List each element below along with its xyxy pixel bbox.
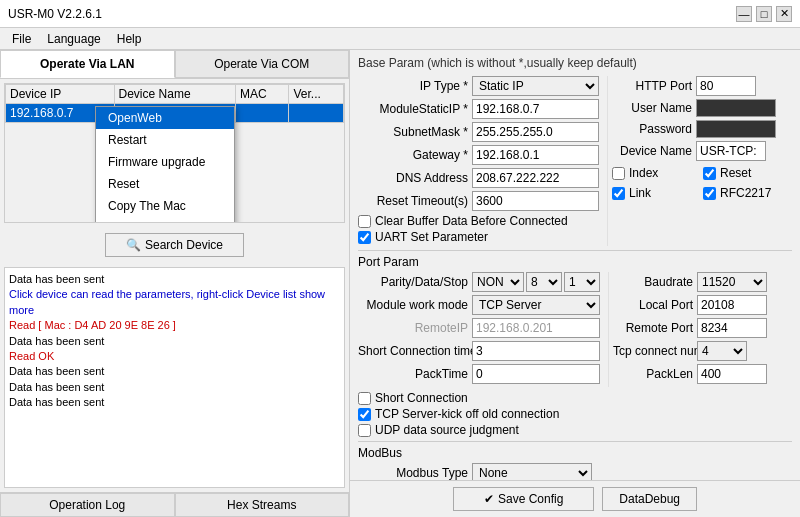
subnet-mask-input[interactable] — [472, 122, 599, 142]
subnet-mask-label: SubnetMask * — [358, 125, 468, 139]
short-connection-row: Short Connection — [358, 391, 792, 405]
http-port-input[interactable] — [696, 76, 756, 96]
local-port-input[interactable] — [697, 295, 767, 315]
reset-checkbox[interactable] — [703, 167, 716, 180]
pack-time-input[interactable] — [472, 364, 600, 384]
dns-input[interactable] — [472, 168, 599, 188]
base-param-title: Base Param (which is without *,usually k… — [358, 56, 792, 70]
right-panel: Base Param (which is without *,usually k… — [350, 50, 800, 517]
menu-file[interactable]: File — [4, 30, 39, 48]
pack-len-input[interactable] — [697, 364, 767, 384]
tcp-kickoff-row: TCP Server-kick off old connection — [358, 407, 792, 421]
baudrate-select[interactable]: 11520 — [697, 272, 767, 292]
device-name-input[interactable] — [696, 141, 766, 161]
reset-checkbox-row: Reset — [703, 166, 792, 180]
remote-port-label: Remote Port — [613, 321, 693, 335]
user-name-label: User Name — [612, 101, 692, 115]
tab-hex-streams[interactable]: Hex Streams — [175, 493, 350, 517]
context-menu-reset[interactable]: Reset — [96, 173, 234, 195]
gateway-input[interactable] — [472, 145, 599, 165]
tcp-connect-label: Tcp connect num — [613, 344, 693, 358]
index-checkbox[interactable] — [612, 167, 625, 180]
rfc2217-checkbox[interactable] — [703, 187, 716, 200]
list-item: Read OK — [9, 349, 340, 364]
close-button[interactable]: ✕ — [776, 6, 792, 22]
udp-source-label: UDP data source judgment — [375, 423, 519, 437]
context-menu-restart[interactable]: Restart — [96, 129, 234, 151]
menu-bar: File Language Help — [0, 28, 800, 50]
main-layout: Operate Via LAN Operate Via COM Device I… — [0, 50, 800, 517]
reset-timeout-input[interactable] — [472, 191, 599, 211]
tab-com[interactable]: Operate Via COM — [175, 50, 350, 78]
link-label: Link — [629, 186, 651, 200]
index-label: Index — [629, 166, 658, 180]
tab-operation-log[interactable]: Operation Log — [0, 493, 175, 517]
baudrate-label: Baudrate — [613, 275, 693, 289]
clear-buffer-row: Clear Buffer Data Before Connected — [358, 214, 599, 228]
right-scroll-area[interactable]: Base Param (which is without *,usually k… — [350, 50, 800, 480]
col-device-name: Device Name — [114, 85, 235, 104]
uart-set-row: UART Set Parameter — [358, 230, 599, 244]
modbus-type-label: Modbus Type — [358, 466, 468, 480]
module-ip-input[interactable] — [472, 99, 599, 119]
search-device-button[interactable]: 🔍 Search Device — [105, 233, 244, 257]
reset-label: Reset — [720, 166, 751, 180]
gateway-label: Gateway * — [358, 148, 468, 162]
log-bottom-tabs: Operation Log Hex Streams — [0, 492, 349, 517]
parity-select[interactable]: NON — [472, 272, 524, 292]
cell-mac — [236, 104, 289, 123]
clear-buffer-checkbox[interactable] — [358, 215, 371, 228]
window-title: USR-M0 V2.2.6.1 — [8, 7, 102, 21]
udp-source-checkbox[interactable] — [358, 424, 371, 437]
context-menu-firmware[interactable]: Firmware upgrade — [96, 151, 234, 173]
modbus-type-select[interactable]: None — [472, 463, 592, 480]
modbus-section-label: ModBus — [358, 446, 792, 460]
ip-type-select[interactable]: Static IP DHCP — [472, 76, 599, 96]
context-menu-cope-mac[interactable]: Cope All Mac — [96, 217, 234, 223]
short-conn-input[interactable] — [472, 341, 600, 361]
short-conn-label: Short Connection time — [358, 344, 468, 358]
menu-language[interactable]: Language — [39, 30, 108, 48]
log-area[interactable]: Data has been sent Click device can read… — [4, 267, 345, 488]
password-label: Password — [612, 122, 692, 136]
rfc2217-checkbox-row: RFC2217 — [703, 186, 792, 200]
save-bar: ✔ Save Config DataDebug — [350, 480, 800, 517]
work-mode-label: Module work mode — [358, 298, 468, 312]
uart-set-label: UART Set Parameter — [375, 230, 488, 244]
list-item: Data has been sent — [9, 395, 340, 410]
device-table-container: Device IP Device Name MAC Ver... 192.168… — [4, 83, 345, 223]
remote-port-input[interactable] — [697, 318, 767, 338]
list-item: Data has been sent — [9, 380, 340, 395]
title-bar: USR-M0 V2.2.6.1 — □ ✕ — [0, 0, 800, 28]
work-mode-select[interactable]: TCP Server — [472, 295, 600, 315]
save-config-button[interactable]: ✔ Save Config — [453, 487, 594, 511]
tab-lan[interactable]: Operate Via LAN — [0, 50, 175, 78]
device-name-label: Device Name — [612, 144, 692, 158]
context-menu-copy-mac[interactable]: Copy The Mac — [96, 195, 234, 217]
tcp-connect-select[interactable]: 4 — [697, 341, 747, 361]
data-select[interactable]: 8 — [526, 272, 562, 292]
port-section-label: Port Param — [358, 255, 792, 269]
maximize-button[interactable]: □ — [756, 6, 772, 22]
search-icon: 🔍 — [126, 238, 141, 252]
http-port-label: HTTP Port — [612, 79, 692, 93]
tcp-kickoff-checkbox[interactable] — [358, 408, 371, 421]
clear-buffer-label: Clear Buffer Data Before Connected — [375, 214, 568, 228]
link-checkbox[interactable] — [612, 187, 625, 200]
data-debug-button[interactable]: DataDebug — [602, 487, 697, 511]
list-item: Click device can read the parameters, ri… — [9, 287, 340, 318]
context-menu-openweb[interactable]: OpenWeb — [96, 107, 234, 129]
module-ip-label: ModuleStaticIP * — [358, 102, 468, 116]
remote-ip-input[interactable] — [472, 318, 600, 338]
short-connection-checkbox[interactable] — [358, 392, 371, 405]
menu-help[interactable]: Help — [109, 30, 150, 48]
password-input[interactable] — [696, 120, 776, 138]
uart-set-checkbox[interactable] — [358, 231, 371, 244]
minimize-button[interactable]: — — [736, 6, 752, 22]
pack-len-label: PackLen — [613, 367, 693, 381]
user-name-input[interactable] — [696, 99, 776, 117]
stop-select[interactable]: 1 — [564, 272, 600, 292]
local-port-label: Local Port — [613, 298, 693, 312]
list-item: Data has been sent — [9, 334, 340, 349]
col-mac: MAC — [236, 85, 289, 104]
